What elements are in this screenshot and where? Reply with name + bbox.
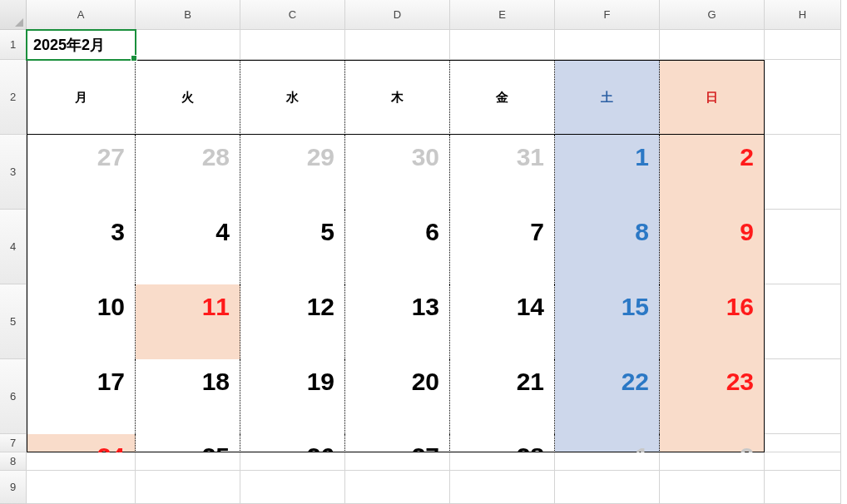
cell-F8[interactable]	[555, 452, 660, 471]
dow-wed[interactable]: 水	[240, 60, 345, 135]
day-w2-tue[interactable]: 4	[136, 210, 240, 284]
cell-D9[interactable]	[345, 471, 450, 504]
row-header-2[interactable]: 2	[0, 60, 27, 135]
col-header-B[interactable]: B	[136, 0, 240, 30]
cell-G9[interactable]	[660, 471, 765, 504]
dow-tue[interactable]: 火	[136, 60, 240, 135]
day-w4-fri[interactable]: 21	[450, 359, 555, 434]
cell-H9[interactable]	[765, 471, 841, 504]
day-w1-fri[interactable]: 31	[450, 135, 555, 210]
cell-H2[interactable]	[765, 60, 841, 135]
day-w4-tue[interactable]: 18	[136, 359, 240, 434]
col-header-A[interactable]: A	[27, 0, 136, 30]
day-w5-sun[interactable]: 2	[660, 434, 765, 452]
cell-D1[interactable]	[345, 30, 450, 60]
cell-G8[interactable]	[660, 452, 765, 471]
cell-C9[interactable]	[240, 471, 345, 504]
day-w2-thu[interactable]: 6	[345, 210, 450, 284]
day-w3-thu[interactable]: 13	[345, 284, 450, 359]
col-header-H[interactable]: H	[765, 0, 841, 30]
row-header-4[interactable]: 4	[0, 210, 27, 284]
dow-fri[interactable]: 金	[450, 60, 555, 135]
cell-A1[interactable]: 2025年2月	[27, 30, 136, 60]
cell-B1[interactable]	[136, 30, 240, 60]
cell-H5[interactable]	[765, 284, 841, 359]
day-w5-thu[interactable]: 27	[345, 434, 450, 452]
cell-H7[interactable]	[765, 434, 841, 452]
cell-E8[interactable]	[450, 452, 555, 471]
day-w1-thu[interactable]: 30	[345, 135, 450, 210]
col-header-F[interactable]: F	[555, 0, 660, 30]
day-w1-sat[interactable]: 1	[555, 135, 660, 210]
col-header-C[interactable]: C	[240, 0, 345, 30]
row-header-3[interactable]: 3	[0, 135, 27, 210]
cell-D8[interactable]	[345, 452, 450, 471]
cell-H8[interactable]	[765, 452, 841, 471]
day-w4-sat[interactable]: 22	[555, 359, 660, 434]
day-w5-fri[interactable]: 28	[450, 434, 555, 452]
cell-B8[interactable]	[136, 452, 240, 471]
col-header-E[interactable]: E	[450, 0, 555, 30]
day-w1-wed[interactable]: 29	[240, 135, 345, 210]
day-w4-mon[interactable]: 17	[27, 359, 136, 434]
dow-sun[interactable]: 日	[660, 60, 765, 135]
day-w3-fri[interactable]: 14	[450, 284, 555, 359]
day-w4-thu[interactable]: 20	[345, 359, 450, 434]
cell-F1[interactable]	[555, 30, 660, 60]
row-header-6[interactable]: 6	[0, 359, 27, 434]
row-header-1[interactable]: 1	[0, 30, 27, 60]
cell-B9[interactable]	[136, 471, 240, 504]
row-header-8[interactable]: 8	[0, 452, 27, 471]
cell-H3[interactable]	[765, 135, 841, 210]
day-w3-mon[interactable]: 10	[27, 284, 136, 359]
day-w1-sun[interactable]: 2	[660, 135, 765, 210]
cell-H4[interactable]	[765, 210, 841, 284]
dow-mon[interactable]: 月	[27, 60, 136, 135]
cell-G1[interactable]	[660, 30, 765, 60]
cell-H6[interactable]	[765, 359, 841, 434]
day-w4-wed[interactable]: 19	[240, 359, 345, 434]
day-w2-fri[interactable]: 7	[450, 210, 555, 284]
day-w3-sun[interactable]: 16	[660, 284, 765, 359]
spreadsheet[interactable]: A B C D E F G H 1 2025年2月 2 月 火 水 木 金 土 …	[0, 0, 847, 504]
dow-sat[interactable]: 土	[555, 60, 660, 135]
day-w1-mon[interactable]: 27	[27, 135, 136, 210]
cell-C1[interactable]	[240, 30, 345, 60]
cell-A8[interactable]	[27, 452, 136, 471]
row-header-9[interactable]: 9	[0, 471, 27, 504]
day-w5-mon[interactable]: 24	[27, 434, 136, 452]
cell-A9[interactable]	[27, 471, 136, 504]
day-w3-wed[interactable]: 12	[240, 284, 345, 359]
calendar-title: 2025年2月	[27, 30, 135, 59]
cell-F9[interactable]	[555, 471, 660, 504]
day-w2-wed[interactable]: 5	[240, 210, 345, 284]
cell-E1[interactable]	[450, 30, 555, 60]
day-w3-tue[interactable]: 11	[136, 284, 240, 359]
day-w5-tue[interactable]: 25	[136, 434, 240, 452]
day-w3-sat[interactable]: 15	[555, 284, 660, 359]
day-w2-sun[interactable]: 9	[660, 210, 765, 284]
col-header-D[interactable]: D	[345, 0, 450, 30]
day-w4-sun[interactable]: 23	[660, 359, 765, 434]
day-w1-tue[interactable]: 28	[136, 135, 240, 210]
col-header-G[interactable]: G	[660, 0, 765, 30]
day-w5-sat[interactable]: 1	[555, 434, 660, 452]
cell-E9[interactable]	[450, 471, 555, 504]
select-all-corner[interactable]	[0, 0, 27, 30]
row-header-5[interactable]: 5	[0, 284, 27, 359]
cell-C8[interactable]	[240, 452, 345, 471]
day-w2-sat[interactable]: 8	[555, 210, 660, 284]
day-w5-wed[interactable]: 26	[240, 434, 345, 452]
dow-thu[interactable]: 木	[345, 60, 450, 135]
cell-H1[interactable]	[765, 30, 841, 60]
day-w2-mon[interactable]: 3	[27, 210, 136, 284]
row-header-7[interactable]: 7	[0, 434, 27, 452]
